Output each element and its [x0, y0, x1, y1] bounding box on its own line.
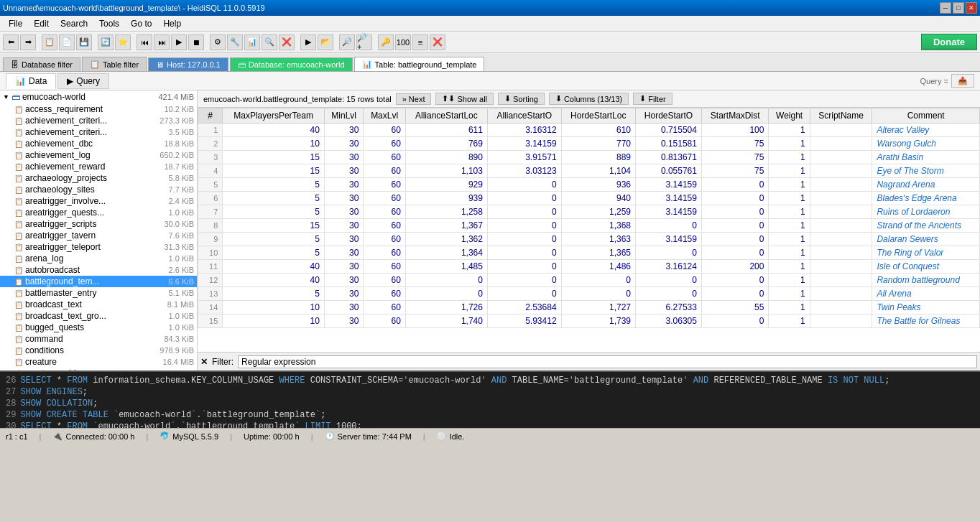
cell-2-Comment[interactable]: Arathi Basin — [872, 151, 980, 164]
cell-5-Comment[interactable]: Blades's Edge Arena — [872, 192, 980, 205]
cell-2-MaxLvl[interactable]: 60 — [364, 151, 405, 164]
table-row[interactable]: 7530601,25801,2593.1415901Ruins of Lorda… — [198, 205, 980, 219]
tb-btn-19[interactable]: 🔎 — [339, 34, 355, 50]
cell-0-HordeStartLoc[interactable]: 610 — [561, 123, 635, 137]
cell-11-StartMaxDist[interactable]: 0 — [701, 274, 768, 287]
cell-0-Comment[interactable]: Alterac Valley — [872, 123, 980, 137]
cell-2-ScriptName[interactable] — [810, 151, 872, 164]
sidebar[interactable]: ▼ 🗃 emucoach-world 421.4 MiB 📋 access_re… — [0, 90, 198, 370]
cell-14-AllianceStartO[interactable]: 5.93412 — [487, 314, 561, 328]
cell-10-Weight[interactable]: 1 — [769, 260, 810, 274]
sidebar-item-3[interactable]: 📋 achievement_dbc 18.8 KiB — [0, 138, 197, 149]
sidebar-item-5[interactable]: 📋 achievement_reward 18.7 KiB — [0, 161, 197, 172]
table-row[interactable]: 41530601,1033.031231,1040.055761751Eye o… — [198, 164, 980, 178]
cell-14-MaxPlayersPerTeam[interactable]: 10 — [223, 314, 325, 328]
cell-8-HordeStartO[interactable]: 3.14159 — [636, 233, 702, 246]
cell-0-StartMaxDist[interactable]: 100 — [701, 123, 768, 137]
columns-button[interactable]: ⬇ Columns (13/13) — [549, 93, 629, 105]
cell-6-HordeStartLoc[interactable]: 1,259 — [561, 205, 635, 219]
cell-5-AllianceStartO[interactable]: 0 — [487, 192, 561, 205]
cell-11-HordeStartO[interactable]: 0 — [636, 274, 702, 287]
sidebar-item-16[interactable]: 📋 battlemaster_entry 5.1 KiB — [0, 287, 197, 299]
tab-table-filter[interactable]: 📋 Table filter — [82, 57, 147, 71]
cell-3-StartMaxDist[interactable]: 75 — [701, 164, 768, 178]
cell-10-MinLvl[interactable]: 30 — [324, 260, 364, 274]
cell-13-HordeStartO[interactable]: 6.27533 — [636, 301, 702, 314]
cell-2-HordeStartLoc[interactable]: 889 — [561, 151, 635, 164]
tab-host[interactable]: 🖥 Host: 127.0.0.1 — [148, 57, 228, 71]
cell-3-HordeStartO[interactable]: 0.055761 — [636, 164, 702, 178]
table-row[interactable]: 65306093909403.1415901Blades's Edge Aren… — [198, 192, 980, 205]
tb-btn-6[interactable]: 🔄 — [98, 34, 114, 50]
col-header-MinLvl[interactable]: MinLvl — [324, 108, 364, 123]
cell-0-AllianceStartLoc[interactable]: 611 — [405, 123, 487, 137]
cell-13-MaxLvl[interactable]: 60 — [364, 301, 405, 314]
cell-2-MinLvl[interactable]: 30 — [324, 151, 364, 164]
sidebar-item-4[interactable]: 📋 achievement_log 650.2 KiB — [0, 149, 197, 161]
cell-6-MinLvl[interactable]: 30 — [324, 205, 364, 219]
cell-3-AllianceStartLoc[interactable]: 1,103 — [405, 164, 487, 178]
cell-9-HordeStartLoc[interactable]: 1,365 — [561, 246, 635, 260]
col-header-Weight[interactable]: Weight — [769, 108, 810, 123]
table-row[interactable]: 81530601,36701,368001Strand of the Ancie… — [198, 219, 980, 233]
cell-7-AllianceStartO[interactable]: 0 — [487, 219, 561, 233]
sidebar-item-2[interactable]: 📋 achievement_criteri... 3.5 KiB — [0, 126, 197, 138]
cell-11-ScriptName[interactable] — [810, 274, 872, 287]
cell-7-AllianceStartLoc[interactable]: 1,367 — [405, 219, 487, 233]
cell-11-MinLvl[interactable]: 30 — [324, 274, 364, 287]
tb-btn-11[interactable]: ⏹ — [188, 34, 204, 50]
sidebar-item-17[interactable]: 📋 broadcast_text 8.1 MiB — [0, 299, 197, 310]
cell-4-HordeStartO[interactable]: 3.14159 — [636, 178, 702, 192]
cell-7-StartMaxDist[interactable]: 0 — [701, 219, 768, 233]
tb-btn-15[interactable]: 🔍 — [262, 34, 277, 50]
cell-12-StartMaxDist[interactable]: 0 — [701, 287, 768, 301]
cell-10-AllianceStartO[interactable]: 0 — [487, 260, 561, 274]
cell-6-Comment[interactable]: Ruins of Lordaeron — [872, 205, 980, 219]
tb-btn-13[interactable]: 🔧 — [227, 34, 243, 50]
cell-4-MaxPlayersPerTeam[interactable]: 5 — [223, 178, 325, 192]
sidebar-item-15[interactable]: 📋 battleground_tem... 6.6 KiB — [0, 276, 197, 287]
cell-2-AllianceStartLoc[interactable]: 890 — [405, 151, 487, 164]
col-header-StartMaxDist[interactable]: StartMaxDist — [701, 108, 768, 123]
col-header-AllianceStartO[interactable]: AllianceStartO — [487, 108, 561, 123]
cell-12-MaxPlayersPerTeam[interactable]: 5 — [223, 287, 325, 301]
tb-btn-1[interactable]: ⬅ — [3, 34, 19, 50]
cell-9-HordeStartO[interactable]: 0 — [636, 246, 702, 260]
donate-button[interactable]: Donate — [921, 34, 977, 50]
col-header-AllianceStartLoc[interactable]: AllianceStartLoc — [405, 108, 487, 123]
tb-btn-8[interactable]: ⏮ — [137, 34, 152, 50]
cell-7-HordeStartLoc[interactable]: 1,368 — [561, 219, 635, 233]
sidebar-item-11[interactable]: 📋 areatrigger_tavern 7.6 KiB — [0, 230, 197, 241]
cell-6-AllianceStartO[interactable]: 0 — [487, 205, 561, 219]
table-row[interactable]: 12403060000001Random battleground — [198, 274, 980, 287]
cell-9-ScriptName[interactable] — [810, 246, 872, 260]
cell-0-ScriptName[interactable] — [810, 123, 872, 137]
cell-1-MinLvl[interactable]: 30 — [324, 137, 364, 151]
cell-5-Weight[interactable]: 1 — [769, 192, 810, 205]
sidebar-item-0[interactable]: 📋 access_requirement 10.2 KiB — [0, 103, 197, 115]
table-row[interactable]: 141030601,7262.536841,7276.27533551Twin … — [198, 301, 980, 314]
cell-5-AllianceStartLoc[interactable]: 939 — [405, 192, 487, 205]
cell-7-HordeStartO[interactable]: 0 — [636, 219, 702, 233]
cell-12-Weight[interactable]: 1 — [769, 287, 810, 301]
sidebar-item-13[interactable]: 📋 arena_log 1.0 KiB — [0, 253, 197, 264]
tab-database-filter[interactable]: 🗄 Database filter — [3, 57, 80, 71]
cell-3-Weight[interactable]: 1 — [769, 164, 810, 178]
cell-12-HordeStartO[interactable]: 0 — [636, 287, 702, 301]
sidebar-item-8[interactable]: 📋 areatrigger_involve... 2.4 KiB — [0, 195, 197, 207]
cell-7-Weight[interactable]: 1 — [769, 219, 810, 233]
menu-edit[interactable]: Edit — [28, 17, 55, 30]
cell-6-ScriptName[interactable] — [810, 205, 872, 219]
col-header-MaxPlayersPerTeam[interactable]: MaxPlayersPerTeam — [223, 108, 325, 123]
cell-4-MaxLvl[interactable]: 60 — [364, 178, 405, 192]
tb-btn-20[interactable]: 🔎+ — [356, 34, 372, 50]
cell-4-AllianceStartO[interactable]: 0 — [487, 178, 561, 192]
datatable-container[interactable]: #MaxPlayersPerTeamMinLvlMaxLvlAllianceSt… — [198, 108, 980, 352]
cell-6-AllianceStartLoc[interactable]: 1,258 — [405, 205, 487, 219]
cell-0-MinLvl[interactable]: 30 — [324, 123, 364, 137]
cell-13-MaxPlayersPerTeam[interactable]: 10 — [223, 301, 325, 314]
menu-help[interactable]: Help — [157, 17, 187, 30]
cell-8-StartMaxDist[interactable]: 0 — [701, 233, 768, 246]
sidebar-item-21[interactable]: 📋 conditions 978.9 KiB — [0, 345, 197, 356]
tb-btn-16[interactable]: ❌ — [279, 34, 295, 50]
